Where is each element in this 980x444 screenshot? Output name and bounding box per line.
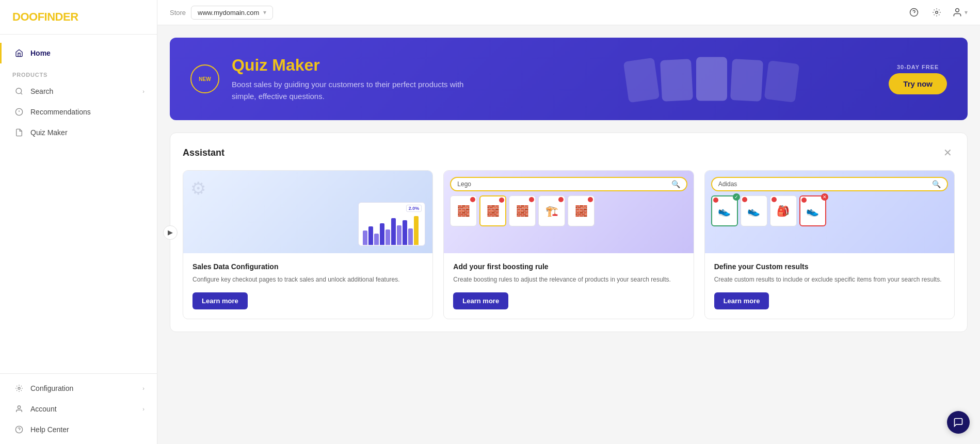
store-dropdown[interactable]: www.mydomain.com ▾ xyxy=(191,6,273,20)
sidebar-help-label: Help Center xyxy=(30,425,69,434)
sidebar-item-home[interactable]: Home xyxy=(0,43,157,63)
svg-point-11 xyxy=(936,11,938,14)
assistant-cards: ⚙ 2.0% xyxy=(183,170,955,319)
sidebar-bottom: Configuration › Account › Help Center xyxy=(0,373,157,444)
card-desc-boosting: Create boosting rules to adjust the rele… xyxy=(453,275,684,284)
svg-point-12 xyxy=(956,9,959,12)
account-icon xyxy=(14,404,24,414)
sidebar-item-configuration[interactable]: Configuration › xyxy=(0,378,157,399)
sidebar: DOOFINDER Home PRODUCTS Search › Recomme… xyxy=(0,0,157,444)
user-menu-button[interactable]: ▾ xyxy=(952,7,968,18)
account-chevron-icon: › xyxy=(142,406,144,412)
sidebar-recommendations-label: Recommendations xyxy=(30,108,91,116)
quiz-banner-description: Boost sales by guiding your customers to… xyxy=(232,79,469,102)
user-menu-chevron-icon: ▾ xyxy=(965,9,968,16)
topbar-right: ▾ xyxy=(907,5,968,20)
learn-more-button-custom-results[interactable]: Learn more xyxy=(714,292,769,309)
page-content: NEW Quiz Maker Boost sales by guiding yo… xyxy=(157,25,980,444)
assistant-card-sales-data: ⚙ 2.0% xyxy=(183,170,433,319)
card-body-custom-results: Define your Custom results Create custom… xyxy=(705,253,954,319)
quiz-free-label: 30-DAY FREE xyxy=(897,64,939,70)
store-label: Store xyxy=(170,9,186,17)
search-chevron-icon: › xyxy=(142,88,144,94)
store-url: www.mydomain.com xyxy=(198,9,259,17)
settings-topbar-button[interactable] xyxy=(929,5,944,20)
main-content: Store www.mydomain.com ▾ ▾ NEW xyxy=(157,0,980,444)
gear-decorative-icon: ⚙ xyxy=(190,178,206,199)
brand-name: DOOFINDER xyxy=(12,10,78,23)
store-dropdown-chevron-icon: ▾ xyxy=(263,9,266,16)
card-image-custom-results: Adidas 🔍 ✓ 👟 xyxy=(705,171,954,253)
quiz-try-section: 30-DAY FREE Try now xyxy=(889,64,947,94)
search-lego-icon: 🔍 xyxy=(671,180,680,188)
chart-value-label: 2.0% xyxy=(409,206,420,211)
quiz-badge-text: NEW xyxy=(199,76,211,82)
boosting-illustration: Lego 🔍 🧱 🧱 xyxy=(444,171,693,253)
assistant-panel: ▶ Assistant ✕ ⚙ 2.0% xyxy=(170,133,968,332)
help-icon xyxy=(14,424,24,435)
svg-point-6 xyxy=(18,406,20,408)
sidebar-collapse-button[interactable]: ▶ xyxy=(163,225,178,240)
learn-more-button-boosting[interactable]: Learn more xyxy=(453,292,508,309)
card-image-boosting: Lego 🔍 🧱 🧱 xyxy=(444,171,693,253)
configuration-icon xyxy=(14,383,24,393)
quiz-nav-icon xyxy=(14,127,24,138)
chat-bubble-button[interactable] xyxy=(947,411,970,434)
chat-icon xyxy=(953,417,963,427)
card-desc-sales-data: Configure key checkout pages to track sa… xyxy=(192,275,423,284)
search-nav-icon xyxy=(14,86,24,96)
card-desc-custom-results: Create custom results to include or excl… xyxy=(714,275,945,284)
custom-results-product-grid: ✓ 👟 👟 🎒 xyxy=(711,195,948,226)
topbar: Store www.mydomain.com ▾ ▾ xyxy=(157,0,980,25)
products-section-label: PRODUCTS xyxy=(0,63,157,81)
assistant-close-button[interactable]: ✕ xyxy=(940,145,955,160)
boosting-product-grid: 🧱 🧱 🧱 xyxy=(450,195,687,226)
recommendations-nav-icon xyxy=(14,107,24,117)
card-title-boosting: Add your first boosting rule xyxy=(453,262,684,271)
help-topbar-button[interactable] xyxy=(907,5,921,20)
sidebar-item-search[interactable]: Search › xyxy=(0,81,157,102)
adidas-search-text: Adidas xyxy=(718,180,737,188)
sidebar-item-account[interactable]: Account › xyxy=(0,399,157,419)
chart-mock: 2.0% xyxy=(358,202,425,246)
home-icon xyxy=(14,48,24,58)
sidebar-item-quiz-maker[interactable]: Quiz Maker xyxy=(0,122,157,143)
assistant-title: Assistant xyxy=(183,147,224,158)
card-title-custom-results: Define your Custom results xyxy=(714,262,945,271)
card-body-sales-data: Sales Data Configuration Configure key c… xyxy=(183,253,432,319)
card-body-boosting: Add your first boosting rule Create boos… xyxy=(444,253,693,319)
assistant-card-custom-results: Adidas 🔍 ✓ 👟 xyxy=(704,170,955,319)
quiz-banner: NEW Quiz Maker Boost sales by guiding yo… xyxy=(170,38,968,120)
sidebar-home-label: Home xyxy=(30,49,51,57)
svg-point-0 xyxy=(16,88,22,94)
sidebar-search-label: Search xyxy=(30,87,53,95)
assistant-card-boosting: Lego 🔍 🧱 🧱 xyxy=(443,170,694,319)
svg-line-1 xyxy=(21,93,22,94)
svg-point-5 xyxy=(18,387,20,389)
card-image-sales-data: ⚙ 2.0% xyxy=(183,171,432,253)
learn-more-button-sales-data[interactable]: Learn more xyxy=(192,292,248,309)
sidebar-account-label: Account xyxy=(30,405,57,413)
sidebar-item-recommendations[interactable]: Recommendations xyxy=(0,102,157,122)
card-title-sales-data: Sales Data Configuration xyxy=(192,262,423,271)
search-adidas-icon: 🔍 xyxy=(932,180,941,188)
sidebar-nav: Home PRODUCTS Search › Recommendations Q… xyxy=(0,35,157,373)
quiz-new-badge: NEW xyxy=(190,64,219,93)
sidebar-quiz-label: Quiz Maker xyxy=(30,128,68,137)
assistant-header: Assistant ✕ xyxy=(183,145,955,160)
logo: DOOFINDER xyxy=(0,0,157,35)
topbar-left: Store www.mydomain.com ▾ xyxy=(170,6,273,20)
custom-results-illustration: Adidas 🔍 ✓ 👟 xyxy=(705,171,954,253)
sidebar-item-help-center[interactable]: Help Center xyxy=(0,419,157,440)
quiz-illustration xyxy=(626,57,797,101)
sidebar-config-label: Configuration xyxy=(30,384,73,392)
quiz-try-button[interactable]: Try now xyxy=(889,73,947,94)
config-chevron-icon: › xyxy=(142,385,144,391)
lego-search-text: Lego xyxy=(457,180,471,188)
close-icon: ✕ xyxy=(943,146,952,159)
